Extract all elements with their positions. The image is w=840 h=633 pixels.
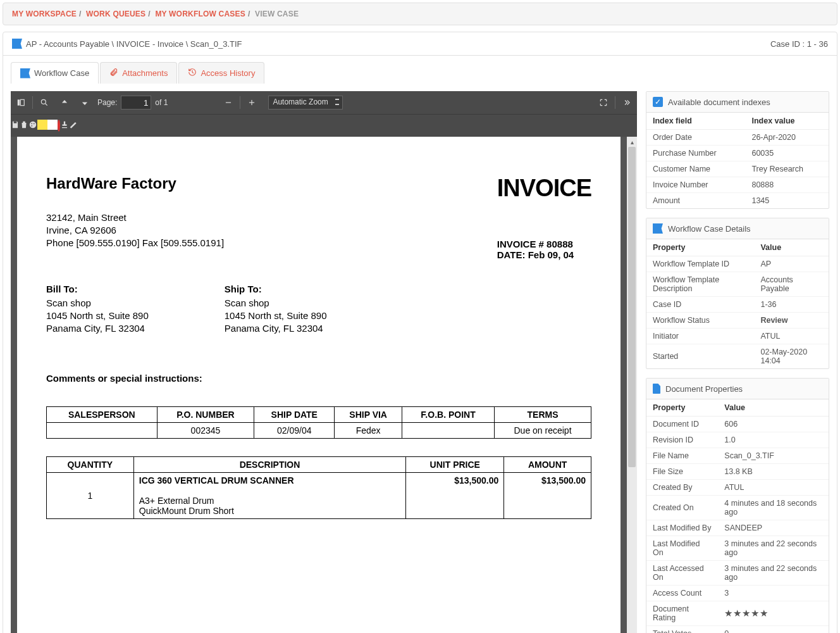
table-row: Revision ID1.0: [646, 432, 829, 448]
workflow-details-card: Workflow Case Details PropertyValue Work…: [646, 218, 829, 369]
next-page-icon[interactable]: [75, 91, 95, 114]
tab-bar: Workflow Case Attachments Access History: [3, 56, 837, 84]
flag-icon: [653, 223, 663, 234]
table-row: Last Modified On3 minutes and 22 seconds…: [646, 536, 829, 561]
table-row: Created ByATUL: [646, 480, 829, 496]
svg-point-10: [31, 125, 32, 127]
workflow-status-link[interactable]: Review: [754, 313, 829, 329]
indexes-card: ✓Available document indexes Index fieldI…: [646, 91, 829, 209]
table-row: Document ID606: [646, 417, 829, 432]
invoice-items-table: QUANTITYDESCRIPTIONUNIT PRICEAMOUNT 1 IC…: [46, 456, 591, 519]
table-row: Total Votes0: [646, 626, 829, 634]
check-icon: ✓: [653, 97, 663, 107]
zoom-in-icon[interactable]: [242, 91, 262, 114]
svg-point-2: [41, 99, 46, 104]
table-row: Case ID1-36: [646, 297, 829, 313]
svg-rect-1: [20, 99, 24, 105]
document-properties-card: Document Properties PropertyValue Docume…: [646, 378, 829, 633]
crumb-workqueues[interactable]: WORK QUEUES: [86, 9, 145, 18]
invoice-title: INVOICE: [497, 175, 591, 202]
table-row: File Size13.8 KB: [646, 464, 829, 480]
svg-rect-0: [18, 99, 20, 105]
table-row: Last Modified BySANDEEP: [646, 520, 829, 536]
save-icon[interactable]: [11, 120, 20, 131]
table-row: Workflow Template DescriptionAccounts Pa…: [646, 272, 829, 297]
svg-point-7: [30, 122, 37, 128]
table-row: Purchase Number60035: [646, 146, 829, 161]
table-row: Workflow StatusReview: [646, 313, 829, 329]
case-id-label: Case ID : 1 - 36: [770, 39, 828, 49]
zoom-out-icon[interactable]: [218, 91, 238, 114]
page-of-label: of 1: [155, 98, 168, 107]
document-page: HardWare Factory 32142, Main Street Irvi…: [17, 137, 621, 633]
table-row: Invoice Number80888: [646, 177, 829, 193]
viewer-toolbar-2: [11, 114, 637, 137]
table-row: File NameScan_0_3.TIF: [646, 448, 829, 464]
flag-icon: [20, 68, 30, 78]
table-row: Order Date26-Apr-2020: [646, 130, 829, 146]
crumb-myworkflowcases[interactable]: MY WORKFLOW CASES: [155, 9, 245, 18]
table-row: Created On4 minutes and 18 seconds ago: [646, 496, 829, 520]
tab-workflow-case[interactable]: Workflow Case: [11, 62, 99, 84]
scroll-up-icon[interactable]: ▴: [627, 137, 637, 147]
crumb-myworkspace[interactable]: MY WORKSPACE: [12, 9, 77, 18]
color-palette-icon[interactable]: [28, 120, 37, 131]
viewer-scrollbar[interactable]: ▴ ▾: [627, 137, 637, 633]
table-row: Access Count3: [646, 586, 829, 601]
table-row: Last Accessed On3 minutes and 22 seconds…: [646, 561, 829, 586]
rating-stars[interactable]: ★★★★★: [718, 601, 829, 626]
table-row: Started02-May-2020 14:04: [646, 344, 829, 369]
breadcrumb: MY WORKSPACE/ WORK QUEUES/ MY WORKFLOW C…: [3, 3, 837, 25]
main-panel: AP - Accounts Payable \ INVOICE - Invoic…: [3, 32, 837, 633]
delete-icon[interactable]: [20, 120, 28, 131]
highlight-yellow-icon[interactable]: [37, 120, 47, 132]
history-icon: [188, 68, 197, 78]
flag-icon: [12, 39, 22, 49]
toggle-sidebar-icon[interactable]: [11, 91, 31, 114]
invoice-company: HardWare Factory: [46, 175, 224, 192]
invoice-ship-table: SALESPERSONP.O. NUMBERSHIP DATESHIP VIAF…: [46, 406, 591, 439]
stamp-icon[interactable]: [60, 120, 69, 131]
crumb-current: VIEW CASE: [255, 9, 299, 18]
svg-point-9: [34, 123, 35, 124]
tab-access-history[interactable]: Access History: [178, 62, 264, 84]
paperclip-icon: [109, 68, 118, 78]
viewer-toolbar-1: Page: of 1 Automatic Zoom: [11, 91, 637, 114]
prev-page-icon[interactable]: [54, 91, 75, 114]
svg-rect-3: [226, 102, 231, 103]
page-number-input[interactable]: [121, 96, 151, 110]
page-label: Page:: [97, 98, 117, 107]
table-row: Document Rating★★★★★: [646, 601, 829, 626]
panel-path: AP - Accounts Payable \ INVOICE - Invoic…: [26, 39, 242, 49]
table-row: Amount1345: [646, 193, 829, 209]
table-row: InitiatorATUL: [646, 329, 829, 344]
svg-rect-6: [14, 122, 17, 123]
presentation-mode-icon[interactable]: [593, 91, 614, 114]
table-row: Workflow Template IDAP: [646, 256, 829, 272]
document-icon: [653, 384, 660, 394]
highlight-white-icon[interactable]: [47, 120, 58, 132]
signature-icon[interactable]: [69, 120, 78, 131]
table-row: Customer NameTrey Research: [646, 161, 829, 177]
document-viewer: Page: of 1 Automatic Zoom: [11, 91, 637, 633]
zoom-select[interactable]: Automatic Zoom: [268, 96, 342, 110]
find-icon[interactable]: [34, 91, 54, 114]
svg-rect-5: [252, 100, 252, 105]
svg-point-8: [31, 123, 32, 124]
tab-attachments[interactable]: Attachments: [100, 62, 177, 84]
tools-menu-icon[interactable]: [617, 91, 637, 114]
